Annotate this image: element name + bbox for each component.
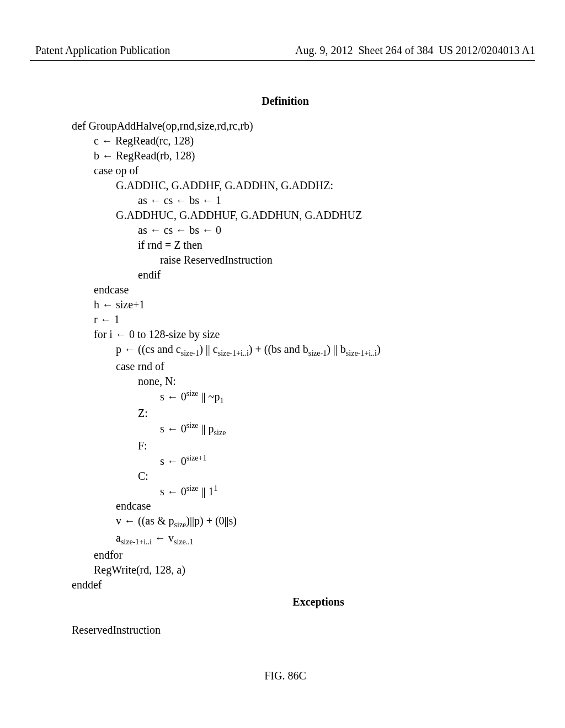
exceptions-title: Exceptions [72, 595, 499, 609]
header-left: Patent Application Publication [35, 44, 170, 57]
header-right: Aug. 9, 2012 Sheet 264 of 384 US 2012/02… [295, 44, 535, 57]
exception-text: ReservedInstruction [72, 623, 499, 638]
definition-title: Definition [72, 94, 499, 109]
figure-label: FIG. 86C [72, 668, 499, 683]
page-header: Patent Application Publication Aug. 9, 2… [0, 0, 565, 60]
pseudocode: def GroupAddHalve(op,rnd,size,rd,rc,rb) … [72, 119, 499, 592]
content: Definition def GroupAddHalve(op,rnd,size… [0, 61, 565, 683]
